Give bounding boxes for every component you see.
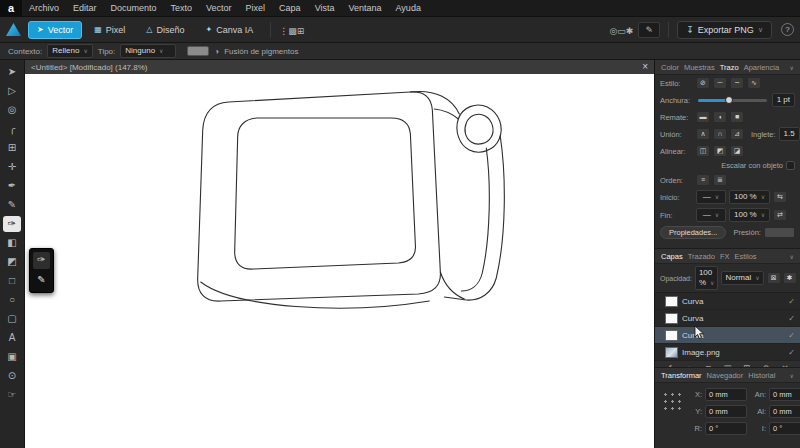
node-tool[interactable]: ▷ (3, 83, 21, 99)
performance-icon[interactable]: ✱ (626, 26, 634, 36)
stroke-dash-icon[interactable]: ╌ (730, 77, 744, 89)
align-inside-icon[interactable]: ◩ (713, 145, 727, 157)
menu-capa[interactable]: Capa (272, 3, 308, 13)
join-round-icon[interactable]: ∩ (713, 128, 727, 140)
miter-input[interactable]: 1.5 (779, 127, 800, 141)
panel-collapse-icon[interactable]: ∨ (790, 64, 794, 71)
pencil-tool[interactable]: ✎ (3, 197, 21, 213)
rounded-rectangle-tool[interactable]: ▢ (3, 311, 21, 327)
panel-collapse-icon[interactable]: ∨ (790, 372, 794, 379)
layer-visibility-checkbox[interactable]: ✓ (788, 348, 795, 357)
stroke-tab-trazo[interactable]: Trazo (720, 63, 739, 72)
contexto-dropdown[interactable]: Relleno (47, 44, 93, 58)
move-tool[interactable]: ➤ (3, 64, 21, 80)
order-gap-icon[interactable]: ≣ (713, 174, 727, 186)
layer-row[interactable]: Curva✓ (655, 327, 800, 344)
stroke-brush-icon[interactable]: ∿ (747, 77, 761, 89)
menu-pixel[interactable]: Pixel (239, 3, 273, 13)
menu-vista[interactable]: Vista (308, 3, 342, 13)
start-style-dropdown[interactable]: — (696, 190, 726, 204)
layer-row[interactable]: Image.png✓ (655, 344, 800, 361)
menu-ayuda[interactable]: Ayuda (389, 3, 428, 13)
fill-tool[interactable]: ◧ (3, 235, 21, 251)
layers-tab-capas[interactable]: Capas (661, 252, 683, 261)
close-document-icon[interactable]: × (642, 62, 648, 72)
anchor-selector[interactable] (661, 390, 681, 410)
cap-round-icon[interactable]: ◖ (713, 111, 727, 123)
edit-all-layers-icon[interactable]: ✱ (783, 272, 797, 284)
menu-texto[interactable]: Texto (164, 3, 200, 13)
stroke-tab-muestras[interactable]: Muestras (684, 63, 715, 72)
order-dash-icon[interactable]: ≡ (696, 174, 710, 186)
layer-visibility-checkbox[interactable]: ✓ (788, 314, 795, 323)
layer-visibility-checkbox[interactable]: ✓ (788, 331, 795, 340)
layer-visibility-checkbox[interactable]: ✓ (788, 297, 795, 306)
help-button[interactable]: ? (781, 23, 794, 36)
contour-tool[interactable]: ◎ (3, 102, 21, 118)
width-input[interactable]: 1 pt (772, 93, 795, 107)
transparency-tool[interactable]: ◩ (3, 254, 21, 270)
cap-square-icon[interactable]: ■ (730, 111, 744, 123)
lock-icon[interactable]: ⊠ (767, 272, 781, 284)
stroke-tab-apariencia[interactable]: Apariencia (744, 63, 779, 72)
app-logo[interactable]: a (0, 0, 22, 17)
escalar-checkbox[interactable] (786, 161, 795, 170)
join-bevel-icon[interactable]: ⊿ (730, 128, 744, 140)
transform-al-input[interactable]: 0 mm (769, 405, 800, 418)
rectangle-tool[interactable]: □ (3, 273, 21, 289)
transform-an-input[interactable]: 0 mm (769, 388, 800, 401)
stroke-none-icon[interactable]: ⊘ (696, 77, 710, 89)
transform-y-input[interactable]: 0 mm (705, 405, 747, 418)
grid-options-icon[interactable]: ⊞ (297, 26, 305, 36)
menu-documento[interactable]: Documento (104, 3, 164, 13)
blend-mode-dropdown[interactable]: Normal (721, 271, 763, 285)
stroke-solid-icon[interactable]: ─ (713, 77, 727, 89)
align-center-icon[interactable]: ◫ (696, 145, 710, 157)
align-outside-icon[interactable]: ◪ (730, 145, 744, 157)
end-scale-input[interactable]: 100 % (729, 208, 770, 222)
menu-archivo[interactable]: Archivo (22, 3, 66, 13)
canvas[interactable] (25, 74, 654, 448)
transform-tab-transformar[interactable]: Transformar (661, 371, 702, 380)
menu-ventana[interactable]: Ventana (341, 3, 388, 13)
start-scale-input[interactable]: 100 % (729, 190, 770, 204)
panel-collapse-icon[interactable]: ∨ (790, 253, 794, 260)
persona-diseno[interactable]: △Diseño (137, 21, 193, 39)
layers-tab-estilos[interactable]: Estilos (735, 252, 757, 261)
layers-tab-fx[interactable]: FX (720, 252, 730, 261)
ellipse-tool[interactable]: ○ (3, 292, 21, 308)
swap-start-end-icon[interactable]: ⇆ (773, 191, 787, 203)
vector-crop-tool[interactable]: ▣ (3, 349, 21, 365)
propiedades-button[interactable]: Propiedades... (660, 226, 726, 239)
shape-builder-tool[interactable]: ⊞ (3, 140, 21, 156)
cap-butt-icon[interactable]: ▬ (696, 111, 710, 123)
transform-tab-historial[interactable]: Historial (748, 371, 775, 380)
menu-vector[interactable]: Vector (199, 3, 239, 13)
stroke-tab-color[interactable]: Color (661, 63, 679, 72)
guides-icon[interactable]: ▭ (617, 26, 626, 36)
tool-options-icon[interactable]: ⋮ (279, 26, 288, 36)
menu-editar[interactable]: Editar (66, 3, 104, 13)
layer-row[interactable]: Curva✓ (655, 293, 800, 310)
transform-i-input[interactable]: 0 ° (769, 422, 800, 435)
pen-tool[interactable]: ✒ (3, 178, 21, 194)
pencil-tool-icon[interactable]: ✎ (33, 272, 50, 289)
document-tab-title[interactable]: <Untitled> [Modificado] (147.8%) (31, 63, 148, 72)
vector-brush-tool[interactable]: ✑ (3, 216, 21, 232)
persona-pixel[interactable]: ▦Pixel (85, 21, 134, 39)
tipo-dropdown[interactable]: Ninguno (120, 44, 176, 58)
export-png-button[interactable]: ↧ Exportar PNG ∨ (677, 21, 772, 39)
layer-row[interactable]: Curva✓ (655, 310, 800, 327)
transform-r-input[interactable]: 0 ° (705, 422, 747, 435)
point-transform-tool[interactable]: ✛ (3, 159, 21, 175)
reverse-stroke-icon[interactable]: ⇄ (773, 209, 787, 221)
pressure-profile-input[interactable] (764, 227, 795, 238)
width-slider[interactable] (698, 99, 767, 102)
view-tool[interactable]: ☞ (3, 387, 21, 403)
persona-canva-ia[interactable]: ✦Canva IA (196, 21, 262, 39)
pen-settings-toggle[interactable]: ✎ (638, 22, 660, 38)
join-miter-icon[interactable]: ∧ (696, 128, 710, 140)
transform-x-input[interactable]: 0 mm (705, 388, 747, 401)
corner-tool[interactable]: ╭ (3, 121, 21, 137)
transform-tab-navegador[interactable]: Navegador (707, 371, 744, 380)
